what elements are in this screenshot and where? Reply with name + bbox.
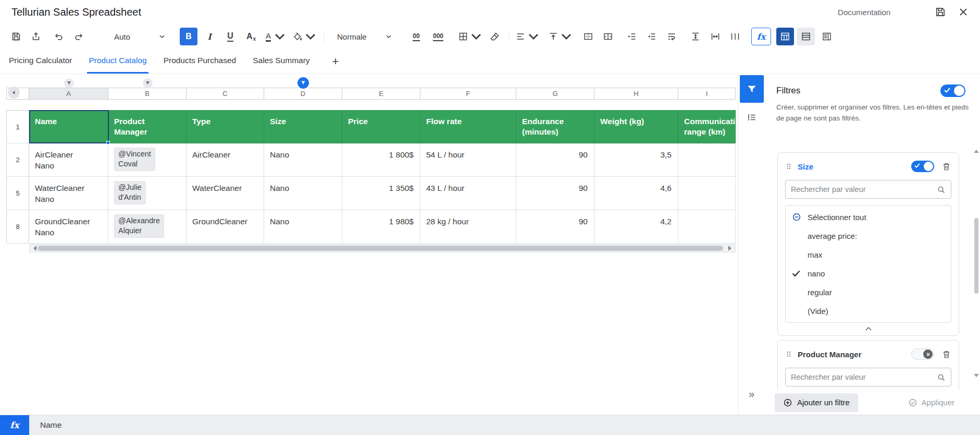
eraser-button[interactable] bbox=[486, 28, 504, 45]
filter-search-input[interactable] bbox=[791, 185, 937, 194]
cell-price[interactable]: 1 800$ bbox=[342, 143, 420, 177]
cell-type[interactable]: GroundCleaner bbox=[187, 210, 264, 244]
drag-handle-icon[interactable] bbox=[785, 350, 792, 358]
column-width-button[interactable] bbox=[706, 28, 724, 45]
cell-weight[interactable]: 3,5 bbox=[594, 143, 678, 177]
close-button[interactable] bbox=[954, 3, 973, 21]
cell-endurance[interactable]: 90 bbox=[516, 210, 594, 244]
horizontal-scrollbar[interactable] bbox=[29, 244, 736, 252]
increase-decimal-button[interactable]: 000 bbox=[428, 28, 448, 45]
increase-indent-button[interactable] bbox=[623, 28, 641, 45]
cell-communication-range[interactable] bbox=[678, 210, 736, 244]
filter-badge-column-a[interactable] bbox=[64, 78, 74, 88]
fill-color-button[interactable] bbox=[290, 28, 318, 45]
cell-price[interactable]: 1 980$ bbox=[342, 210, 420, 244]
option-regular[interactable]: regular bbox=[786, 283, 951, 301]
cell-product-manager[interactable]: @Vincent Coval bbox=[108, 143, 187, 177]
row-number[interactable]: 1 bbox=[6, 110, 29, 143]
export-button[interactable] bbox=[27, 28, 45, 45]
filter-product-manager-toggle[interactable] bbox=[911, 348, 934, 360]
scroll-left-button[interactable] bbox=[8, 87, 20, 99]
add-sheet-button[interactable]: + bbox=[329, 49, 342, 74]
italic-button[interactable]: I bbox=[201, 28, 218, 45]
header-cell-product-manager[interactable]: Product Manager bbox=[108, 110, 187, 143]
row-number[interactable]: 2 bbox=[6, 143, 29, 177]
cell-flow-rate[interactable]: 54 L / hour bbox=[420, 143, 516, 177]
cell-product-manager[interactable]: @Alexandre Alquier bbox=[108, 210, 187, 244]
horizontal-align-button[interactable] bbox=[513, 28, 541, 45]
cell-price[interactable]: 1 350$ bbox=[342, 177, 420, 210]
undo-button[interactable] bbox=[50, 28, 68, 45]
drag-handle-icon[interactable] bbox=[785, 162, 792, 171]
cell-communication-range[interactable] bbox=[678, 143, 736, 177]
add-filter-button[interactable]: Ajouter un filtre bbox=[775, 393, 858, 412]
save-button[interactable] bbox=[7, 28, 25, 45]
formula-bar-value[interactable]: Name bbox=[40, 420, 61, 430]
wrap-text-button[interactable] bbox=[663, 28, 680, 45]
delete-filter-button[interactable] bbox=[941, 349, 951, 359]
cell-communication-range[interactable] bbox=[678, 177, 736, 210]
cell-size[interactable]: Nano bbox=[264, 177, 342, 210]
layout-panel-button[interactable] bbox=[743, 108, 761, 126]
tab-products-purchased[interactable]: Products Purchased bbox=[162, 49, 238, 74]
save-layout-button[interactable] bbox=[931, 3, 950, 21]
filters-master-toggle[interactable] bbox=[940, 84, 965, 97]
column-header-a[interactable]: A bbox=[29, 88, 108, 100]
column-header-d[interactable]: D bbox=[264, 88, 342, 100]
scrollbar-right-arrow[interactable] bbox=[728, 246, 734, 251]
bold-button[interactable]: B bbox=[180, 28, 197, 45]
vertical-align-button[interactable] bbox=[545, 28, 574, 45]
font-color-button[interactable]: A bbox=[263, 28, 288, 45]
option-nano[interactable]: nano bbox=[786, 264, 951, 283]
split-cells-button[interactable] bbox=[599, 28, 617, 45]
underline-button[interactable]: U bbox=[221, 28, 239, 45]
cell-endurance[interactable]: 90 bbox=[516, 177, 594, 210]
scrollbar-down-arrow[interactable] bbox=[974, 374, 979, 380]
header-cell-communication-range[interactable]: Communication range (km) bbox=[678, 110, 736, 143]
documentation-link[interactable]: Documentation bbox=[838, 8, 890, 17]
column-header-h[interactable]: H bbox=[594, 88, 678, 100]
filters-panel-button[interactable] bbox=[740, 75, 764, 103]
scrollbar-up-arrow[interactable] bbox=[974, 147, 979, 153]
column-header-b[interactable]: B bbox=[108, 88, 187, 100]
row-height-button[interactable] bbox=[687, 28, 704, 45]
mention-chip[interactable]: @Alexandre Alquier bbox=[114, 214, 164, 238]
header-cell-size[interactable]: Size bbox=[264, 110, 342, 143]
insert-function-button[interactable]: fx bbox=[751, 28, 771, 45]
distribute-columns-button[interactable] bbox=[726, 28, 744, 45]
cell-type[interactable]: AirCleaner bbox=[187, 143, 264, 177]
scrollbar-left-arrow[interactable] bbox=[31, 246, 36, 251]
column-header-f[interactable]: F bbox=[420, 88, 516, 100]
cell-endurance[interactable]: 90 bbox=[516, 143, 594, 177]
row-number[interactable]: 5 bbox=[6, 177, 29, 210]
apply-filters-button[interactable]: Appliquer bbox=[903, 393, 960, 412]
decrease-decimal-button[interactable]: 00 bbox=[407, 28, 425, 45]
filter-size-toggle[interactable] bbox=[911, 161, 934, 172]
cell-name[interactable]: GroundCleaner Nano bbox=[29, 210, 108, 244]
cell-type[interactable]: WaterCleaner bbox=[187, 177, 264, 210]
tab-product-catalog[interactable]: Product Catalog bbox=[87, 49, 148, 74]
cell-flow-rate[interactable]: 28 kg / hour bbox=[420, 210, 516, 244]
scrollbar-thumb[interactable] bbox=[974, 218, 978, 294]
tab-sales-summary[interactable]: Sales Summary bbox=[251, 49, 311, 74]
column-header-c[interactable]: C bbox=[187, 88, 264, 100]
cell-product-manager[interactable]: @Julie d'Antin bbox=[108, 177, 187, 210]
scrollbar-thumb[interactable] bbox=[38, 246, 723, 251]
cell-name[interactable]: AirCleaner Nano bbox=[29, 143, 108, 177]
sheet-view-button[interactable] bbox=[818, 28, 836, 45]
merge-cells-button[interactable] bbox=[579, 28, 597, 45]
font-dropdown[interactable]: Auto bbox=[109, 28, 169, 45]
header-cell-endurance[interactable]: Endurance (minutes) bbox=[516, 110, 594, 143]
delete-filter-button[interactable] bbox=[941, 162, 951, 172]
collapse-card-button[interactable] bbox=[785, 323, 951, 334]
header-cell-name[interactable]: Name bbox=[29, 110, 108, 143]
tab-pricing-calculator[interactable]: Pricing Calculator bbox=[7, 49, 73, 74]
option-average-price[interactable]: average price: bbox=[786, 226, 951, 245]
decrease-indent-button[interactable] bbox=[643, 28, 661, 45]
option-max[interactable]: max bbox=[786, 245, 951, 264]
filter-badge-column-d[interactable] bbox=[297, 77, 309, 89]
mention-chip[interactable]: @Julie d'Antin bbox=[114, 181, 146, 204]
row-number[interactable]: 8 bbox=[6, 210, 29, 244]
cell-style-dropdown[interactable]: Normale bbox=[332, 28, 396, 45]
panel-collapse-button[interactable]: » bbox=[738, 388, 765, 400]
